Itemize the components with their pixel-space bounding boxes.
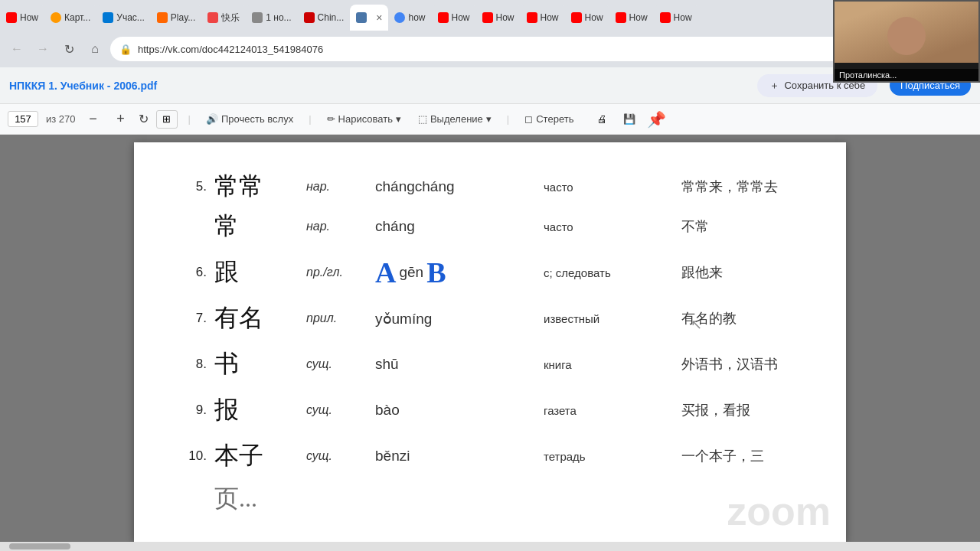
tab-2[interactable]: Карт... <box>44 5 96 31</box>
vocab-row-5a: 5. 常常 нар. chángcháng часто 常常来，常常去 <box>172 164 808 207</box>
tab-favicon-12 <box>527 12 537 23</box>
h-scrollbar[interactable] <box>0 542 980 551</box>
draw-icon: ✏ <box>327 113 335 125</box>
vocab-pos-7: прил. <box>306 311 375 325</box>
vocab-num-10: 10. <box>172 448 214 464</box>
video-name-bar: Проталинска... <box>835 69 978 81</box>
vocab-chinese-7: 有名 <box>214 302 306 335</box>
vocab-num-9: 9. <box>172 403 214 418</box>
save-pdf-button[interactable]: 💾 <box>619 109 639 129</box>
vocab-chinese-10: 本子 <box>214 439 306 473</box>
face-silhouette <box>887 17 926 55</box>
vocab-pos-8: сущ. <box>306 357 375 371</box>
pin-button[interactable]: 📌 <box>647 110 666 129</box>
vocab-num-6: 6. <box>172 265 214 280</box>
address-text: https://vk.com/doc442124013_541984076 <box>138 44 939 55</box>
tab-favicon-13 <box>571 12 582 23</box>
zoom-in-button[interactable]: + <box>111 109 131 129</box>
erase-button[interactable]: ◻ Стереть <box>520 111 578 127</box>
print-button[interactable]: 🖨 <box>592 109 612 129</box>
draw-button[interactable]: ✏ Нарисовать ▾ <box>322 111 406 127</box>
forward-button[interactable]: → <box>32 38 54 60</box>
vocab-chinese-partial: 页... <box>214 482 306 516</box>
tab-9[interactable]: how <box>388 5 431 31</box>
tab-5[interactable]: 快乐 <box>201 5 246 31</box>
read-label: Прочесть вслух <box>221 113 293 125</box>
handwrite-b: B <box>426 258 446 287</box>
tab-label-11: How <box>496 12 514 23</box>
read-aloud-button[interactable]: 🔊 Прочесть вслух <box>201 111 298 127</box>
tab-label-12: How <box>541 12 559 23</box>
page-input[interactable] <box>8 111 38 127</box>
tab-favicon-6 <box>252 12 263 23</box>
vocab-pinyin-7: yǒumíng <box>375 310 544 328</box>
rotate-button[interactable]: ↻ <box>139 112 149 126</box>
pdf-toolbar: из 270 − + ↻ ⊞ | 🔊 Прочесть вслух | ✏ На… <box>0 104 980 135</box>
separator-1: | <box>188 113 191 125</box>
tab-label-6: 1 но... <box>266 12 291 23</box>
tab-7[interactable]: Chin... <box>298 5 351 31</box>
fit-page-button[interactable]: ⊞ <box>156 110 178 129</box>
handwrite-a: A <box>375 258 396 287</box>
tab-14[interactable]: How <box>609 5 654 31</box>
read-icon: 🔊 <box>206 113 218 125</box>
tab-13[interactable]: How <box>565 5 609 31</box>
tab-1[interactable]: How <box>0 5 44 31</box>
select-button[interactable]: ⬚ Выделение ▾ <box>413 111 496 127</box>
tab-label-2: Карт... <box>64 12 90 23</box>
tab-8-active[interactable]: × <box>350 5 388 31</box>
vocab-pinyin-10: běnzi <box>375 448 544 465</box>
vocab-chinese-9: 报 <box>214 393 306 427</box>
vocab-meaning-10: тетрадь <box>544 450 681 463</box>
vocab-chinese-8: 书 <box>214 347 306 381</box>
h-scroll-thumb[interactable] <box>9 543 70 549</box>
vocab-num-5: 5. <box>172 179 214 194</box>
back-button[interactable]: ← <box>6 38 28 60</box>
vocab-chinese-5b: 常 <box>214 210 306 243</box>
tab-favicon-4 <box>157 12 168 23</box>
tab-label-4: Play... <box>171 12 195 23</box>
vocab-chinese-6: 跟 <box>214 256 306 289</box>
video-face-area <box>835 2 978 63</box>
separator-2: | <box>309 113 311 125</box>
tab-4[interactable]: Play... <box>151 5 201 31</box>
tab-label-14: How <box>629 12 648 23</box>
reload-button[interactable]: ↻ <box>58 38 80 60</box>
tab-favicon-8 <box>356 12 367 23</box>
vocab-num-8: 8. <box>172 357 214 372</box>
tab-15[interactable]: How <box>654 5 698 31</box>
vocab-examples-9: 买报，看报 <box>681 401 750 419</box>
tab-label-7: Chin... <box>318 12 345 23</box>
erase-icon: ◻ <box>524 113 533 125</box>
vocab-pos-6: пр./гл. <box>306 266 375 279</box>
vocab-examples-8: 外语书，汉语书 <box>681 355 778 373</box>
tab-label-15: How <box>674 12 692 23</box>
tab-favicon-15 <box>660 12 671 23</box>
vocab-row-6: 6. 跟 пр./гл. A gēn B с; следовать 跟他来 <box>172 249 808 295</box>
tab-10[interactable]: How <box>432 5 476 31</box>
tab-favicon-5 <box>207 12 218 23</box>
home-button[interactable]: ⌂ <box>84 38 106 60</box>
tab-favicon-7 <box>304 12 315 23</box>
vocab-examples-5: 常常来，常常去 <box>681 178 778 196</box>
vocab-chinese-5: 常常 <box>214 170 306 204</box>
tab-6[interactable]: 1 но... <box>246 5 297 31</box>
tab-11[interactable]: How <box>476 5 521 31</box>
tab-close-8[interactable]: × <box>376 11 382 24</box>
zoom-watermark: zoom <box>727 488 831 534</box>
page-total: из 270 <box>46 113 76 125</box>
vocab-examples-5b: 不常 <box>681 217 709 236</box>
vocab-meaning-6: с; следовать <box>544 266 681 279</box>
address-field[interactable]: 🔒 https://vk.com/doc442124013_541984076 <box>110 37 948 61</box>
vocab-pinyin-8: shū <box>375 356 544 373</box>
zoom-out-button[interactable]: − <box>83 109 103 129</box>
tab-favicon-14 <box>616 12 626 23</box>
vocab-meaning-5: часто <box>544 181 681 194</box>
pdf-scroll-area[interactable]: 5. 常常 нар. chángcháng часто 常常来，常常去 常 на… <box>0 135 980 542</box>
tab-label-10: How <box>452 12 470 23</box>
tab-12[interactable]: How <box>521 5 565 31</box>
lock-icon: 🔒 <box>119 44 132 55</box>
tab-3[interactable]: Учас... <box>96 5 151 31</box>
vocab-meaning-7: известный <box>544 312 681 325</box>
video-overlay: Проталинска... <box>833 0 980 83</box>
